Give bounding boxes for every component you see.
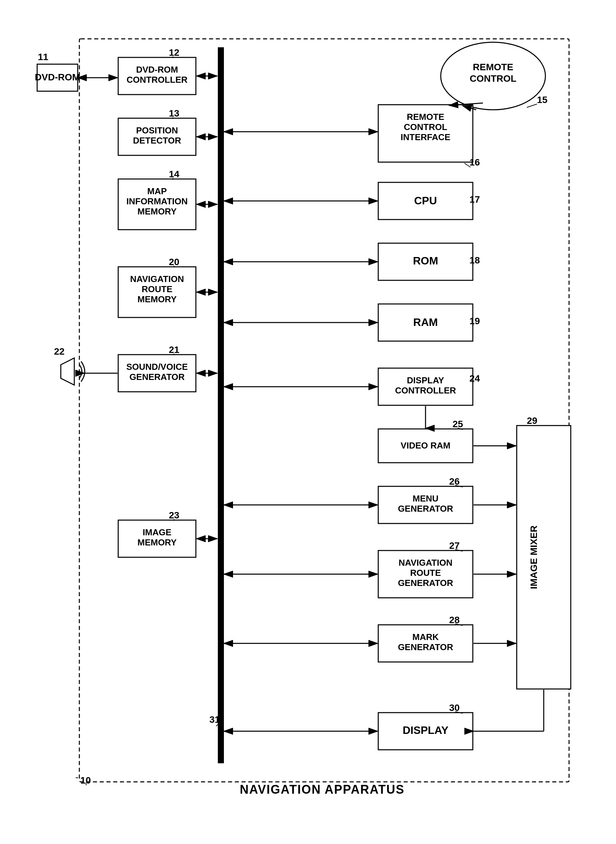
svg-rect-118 — [378, 713, 473, 750]
svg-text:11: 11 — [38, 52, 48, 62]
svg-text:16: 16 — [469, 157, 480, 167]
svg-rect-76 — [378, 304, 473, 341]
svg-text:27: 27 — [449, 541, 460, 551]
svg-rect-49 — [218, 47, 224, 763]
svg-text:VIDEO RAM: VIDEO RAM — [400, 440, 450, 451]
svg-text:GENERATOR: GENERATOR — [398, 578, 453, 588]
svg-rect-40 — [118, 520, 196, 557]
svg-rect-9 — [37, 64, 78, 91]
svg-rect-96 — [378, 486, 473, 523]
svg-rect-81 — [378, 368, 473, 405]
svg-text:30: 30 — [449, 702, 460, 713]
svg-rect-87 — [517, 426, 571, 689]
svg-text:MEMORY: MEMORY — [138, 207, 177, 217]
svg-text:POSITION: POSITION — [136, 125, 178, 135]
svg-text:MEMORY: MEMORY — [138, 537, 177, 548]
svg-rect-29 — [118, 267, 196, 318]
svg-text:21: 21 — [169, 344, 179, 355]
svg-point-52 — [441, 42, 546, 110]
svg-text:14: 14 — [169, 169, 180, 179]
svg-text:ROUTE: ROUTE — [410, 568, 441, 578]
svg-text:DISPLAY: DISPLAY — [407, 375, 444, 385]
svg-text:DISPLAY: DISPLAY — [403, 724, 449, 736]
svg-text:GENERATOR: GENERATOR — [398, 504, 453, 514]
svg-text:CPU: CPU — [414, 195, 437, 207]
svg-rect-35 — [118, 355, 196, 392]
svg-text:10: 10 — [81, 775, 91, 785]
svg-text:GENERATOR: GENERATOR — [129, 372, 185, 382]
svg-text:ROUTE: ROUTE — [142, 284, 173, 294]
svg-text:18: 18 — [469, 255, 480, 265]
svg-text:GENERATOR: GENERATOR — [398, 642, 453, 652]
svg-text:23: 23 — [169, 510, 179, 520]
svg-rect-111 — [378, 625, 473, 662]
svg-rect-12 — [118, 57, 196, 95]
svg-line-56 — [527, 104, 537, 107]
svg-rect-23 — [118, 179, 196, 230]
svg-text:19: 19 — [469, 316, 480, 326]
svg-text:12: 12 — [169, 47, 179, 58]
svg-text:DVD-ROM: DVD-ROM — [136, 64, 178, 75]
svg-text:20: 20 — [169, 257, 179, 267]
svg-text:DETECTOR: DETECTOR — [133, 135, 181, 145]
svg-text:IMAGE: IMAGE — [142, 527, 171, 537]
svg-text:DVD-ROM: DVD-ROM — [35, 72, 80, 82]
svg-text:IMAGE MIXER: IMAGE MIXER — [528, 526, 539, 589]
svg-text:CONTROL: CONTROL — [404, 122, 447, 132]
svg-text:NAVIGATION: NAVIGATION — [130, 274, 184, 284]
svg-text:INTERFACE: INTERFACE — [400, 132, 450, 142]
svg-rect-18 — [118, 118, 196, 155]
svg-text:MENU: MENU — [413, 494, 439, 504]
svg-line-93 — [458, 428, 463, 429]
svg-text:13: 13 — [169, 108, 179, 119]
svg-text:- - -: - - - — [75, 772, 90, 782]
svg-rect-66 — [378, 182, 473, 220]
svg-text:28: 28 — [449, 615, 460, 625]
svg-text:15: 15 — [537, 95, 547, 105]
svg-line-121 — [455, 712, 463, 713]
svg-rect-103 — [378, 551, 473, 598]
svg-text:31: 31 — [210, 714, 220, 725]
svg-line-62 — [464, 163, 471, 167]
svg-line-100 — [455, 485, 463, 487]
svg-rect-4 — [79, 39, 569, 782]
svg-marker-46 — [74, 358, 81, 385]
svg-text:INFORMATION: INFORMATION — [126, 196, 188, 207]
svg-text:24: 24 — [469, 373, 480, 384]
svg-line-64 — [463, 106, 476, 110]
svg-text:MAP: MAP — [147, 186, 167, 196]
svg-line-51 — [216, 724, 218, 726]
svg-text:MEMORY: MEMORY — [138, 294, 177, 304]
svg-text:CONTROLLER: CONTROLLER — [127, 75, 188, 85]
svg-rect-71 — [378, 243, 473, 280]
svg-rect-90 — [378, 429, 473, 463]
svg-text:NAVIGATION: NAVIGATION — [399, 558, 452, 568]
svg-line-63 — [449, 103, 483, 106]
svg-text:NAVIGATION APPARATUS: NAVIGATION APPARATUS — [240, 782, 405, 796]
svg-text:MARK: MARK — [412, 632, 439, 642]
svg-marker-45 — [61, 358, 74, 385]
svg-text:RAM: RAM — [414, 316, 438, 328]
svg-line-108 — [455, 549, 463, 551]
svg-rect-57 — [378, 105, 473, 162]
svg-line-115 — [455, 624, 463, 626]
svg-text:26: 26 — [449, 476, 460, 486]
diagram-container: NAVIGATION APPARATUS 10 - - - DVD-ROM 11… — [27, 20, 588, 824]
svg-text:REMOTE: REMOTE — [406, 112, 444, 122]
svg-text:SOUND/VOICE: SOUND/VOICE — [126, 362, 188, 372]
svg-text:25: 25 — [453, 419, 463, 429]
svg-text:CONTROLLER: CONTROLLER — [395, 385, 456, 396]
svg-text:CONTROL: CONTROL — [470, 73, 516, 84]
svg-text:22: 22 — [54, 346, 65, 357]
svg-text:17: 17 — [469, 194, 480, 205]
svg-text:ROM: ROM — [413, 255, 439, 267]
svg-text:REMOTE: REMOTE — [473, 62, 513, 72]
svg-text:29: 29 — [527, 415, 537, 426]
